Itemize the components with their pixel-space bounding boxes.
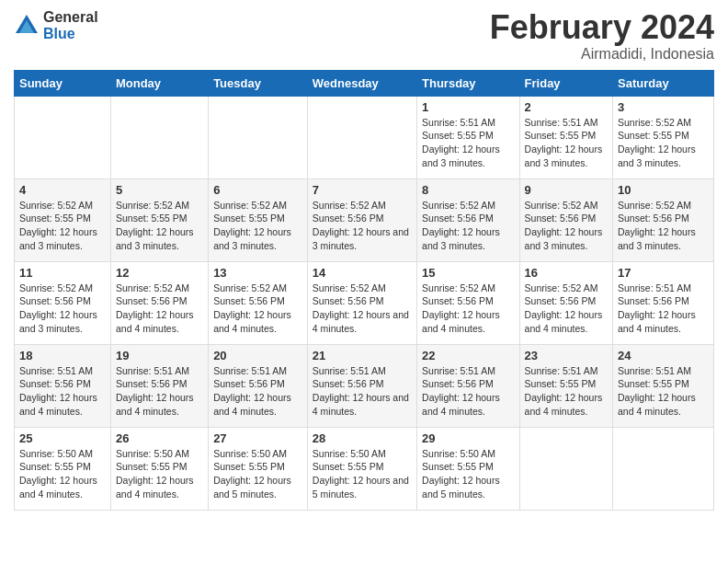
calendar-table: SundayMondayTuesdayWednesdayThursdayFrid… (14, 70, 714, 511)
day-info: Sunrise: 5:52 AMSunset: 5:56 PMDaylight:… (422, 199, 515, 253)
calendar-cell: 4Sunrise: 5:52 AMSunset: 5:55 PMDaylight… (15, 178, 111, 261)
calendar-cell: 21Sunrise: 5:51 AMSunset: 5:56 PMDayligh… (307, 344, 416, 427)
calendar-cell: 16Sunrise: 5:52 AMSunset: 5:56 PMDayligh… (519, 261, 612, 344)
day-number: 11 (19, 266, 106, 280)
column-header-saturday: Saturday (613, 70, 714, 96)
calendar-header-row: SundayMondayTuesdayWednesdayThursdayFrid… (15, 70, 714, 96)
day-number: 1 (422, 100, 515, 114)
day-number: 28 (313, 431, 412, 445)
day-number: 20 (213, 349, 302, 362)
calendar-cell: 23Sunrise: 5:51 AMSunset: 5:55 PMDayligh… (519, 344, 612, 427)
calendar-cell: 10Sunrise: 5:52 AMSunset: 5:56 PMDayligh… (613, 178, 714, 261)
day-info: Sunrise: 5:52 AMSunset: 5:56 PMDaylight:… (213, 282, 302, 336)
calendar-cell: 5Sunrise: 5:52 AMSunset: 5:55 PMDaylight… (110, 178, 208, 261)
calendar-cell: 22Sunrise: 5:51 AMSunset: 5:56 PMDayligh… (417, 344, 520, 427)
day-info: Sunrise: 5:52 AMSunset: 5:56 PMDaylight:… (116, 282, 203, 336)
calendar-cell (110, 96, 208, 178)
day-number: 14 (313, 266, 412, 280)
calendar-cell: 26Sunrise: 5:50 AMSunset: 5:55 PMDayligh… (110, 427, 208, 510)
calendar-cell (209, 96, 308, 178)
day-info: Sunrise: 5:50 AMSunset: 5:55 PMDaylight:… (313, 447, 412, 501)
day-number: 17 (618, 266, 709, 280)
column-header-monday: Monday (110, 70, 208, 96)
day-info: Sunrise: 5:52 AMSunset: 5:55 PMDaylight:… (618, 116, 709, 170)
day-number: 22 (422, 349, 515, 362)
calendar-week-5: 25Sunrise: 5:50 AMSunset: 5:55 PMDayligh… (15, 427, 714, 510)
day-info: Sunrise: 5:50 AMSunset: 5:55 PMDaylight:… (19, 447, 106, 501)
day-number: 3 (618, 100, 709, 114)
calendar-week-2: 4Sunrise: 5:52 AMSunset: 5:55 PMDaylight… (15, 178, 714, 261)
calendar-cell: 27Sunrise: 5:50 AMSunset: 5:55 PMDayligh… (209, 427, 308, 510)
column-header-wednesday: Wednesday (307, 70, 416, 96)
logo: General Blue (14, 9, 98, 41)
logo-icon (14, 13, 40, 39)
calendar-week-3: 11Sunrise: 5:52 AMSunset: 5:56 PMDayligh… (15, 261, 714, 344)
day-info: Sunrise: 5:50 AMSunset: 5:55 PMDaylight:… (116, 447, 203, 501)
day-info: Sunrise: 5:51 AMSunset: 5:56 PMDaylight:… (313, 364, 412, 419)
calendar-cell: 3Sunrise: 5:52 AMSunset: 5:55 PMDaylight… (613, 96, 714, 178)
calendar-cell: 17Sunrise: 5:51 AMSunset: 5:56 PMDayligh… (613, 261, 714, 344)
calendar-cell: 2Sunrise: 5:51 AMSunset: 5:55 PMDaylight… (519, 96, 612, 178)
day-info: Sunrise: 5:51 AMSunset: 5:56 PMDaylight:… (618, 282, 709, 336)
calendar-cell: 6Sunrise: 5:52 AMSunset: 5:55 PMDaylight… (209, 178, 308, 261)
calendar-cell: 24Sunrise: 5:51 AMSunset: 5:55 PMDayligh… (613, 344, 714, 427)
day-number: 2 (525, 100, 608, 114)
day-info: Sunrise: 5:50 AMSunset: 5:55 PMDaylight:… (422, 447, 515, 501)
day-number: 7 (313, 183, 412, 197)
page-header: General Blue February 2024 Airmadidi, In… (14, 9, 714, 63)
day-info: Sunrise: 5:52 AMSunset: 5:55 PMDaylight:… (19, 199, 106, 253)
calendar-cell: 14Sunrise: 5:52 AMSunset: 5:56 PMDayligh… (307, 261, 416, 344)
calendar-cell: 12Sunrise: 5:52 AMSunset: 5:56 PMDayligh… (110, 261, 208, 344)
day-info: Sunrise: 5:52 AMSunset: 5:56 PMDaylight:… (618, 199, 709, 253)
day-number: 6 (213, 183, 302, 197)
logo-blue-text: Blue (43, 26, 98, 42)
calendar-cell: 8Sunrise: 5:52 AMSunset: 5:56 PMDaylight… (417, 178, 520, 261)
day-number: 10 (618, 183, 709, 197)
column-header-thursday: Thursday (417, 70, 520, 96)
calendar-cell (15, 96, 111, 178)
day-info: Sunrise: 5:51 AMSunset: 5:55 PMDaylight:… (618, 364, 709, 419)
day-number: 12 (116, 266, 203, 280)
logo-general-text: General (43, 9, 98, 26)
day-number: 4 (19, 183, 106, 197)
calendar-cell: 9Sunrise: 5:52 AMSunset: 5:56 PMDaylight… (519, 178, 612, 261)
day-number: 21 (313, 349, 412, 362)
calendar-cell: 25Sunrise: 5:50 AMSunset: 5:55 PMDayligh… (15, 427, 111, 510)
calendar-cell (307, 96, 416, 178)
day-number: 25 (19, 431, 106, 445)
calendar-week-4: 18Sunrise: 5:51 AMSunset: 5:56 PMDayligh… (15, 344, 714, 427)
calendar-cell: 20Sunrise: 5:51 AMSunset: 5:56 PMDayligh… (209, 344, 308, 427)
column-header-friday: Friday (519, 70, 612, 96)
calendar-cell: 15Sunrise: 5:52 AMSunset: 5:56 PMDayligh… (417, 261, 520, 344)
day-info: Sunrise: 5:51 AMSunset: 5:56 PMDaylight:… (116, 364, 203, 419)
day-number: 16 (525, 266, 608, 280)
day-number: 8 (422, 183, 515, 197)
day-number: 15 (422, 266, 515, 280)
day-info: Sunrise: 5:51 AMSunset: 5:56 PMDaylight:… (213, 364, 302, 419)
day-info: Sunrise: 5:52 AMSunset: 5:56 PMDaylight:… (313, 199, 412, 253)
calendar-cell: 7Sunrise: 5:52 AMSunset: 5:56 PMDaylight… (307, 178, 416, 261)
calendar-cell: 13Sunrise: 5:52 AMSunset: 5:56 PMDayligh… (209, 261, 308, 344)
day-info: Sunrise: 5:52 AMSunset: 5:56 PMDaylight:… (525, 199, 608, 253)
day-info: Sunrise: 5:52 AMSunset: 5:56 PMDaylight:… (19, 282, 106, 336)
day-number: 19 (116, 349, 203, 362)
day-number: 24 (618, 349, 709, 362)
day-info: Sunrise: 5:52 AMSunset: 5:56 PMDaylight:… (422, 282, 515, 336)
column-header-sunday: Sunday (15, 70, 111, 96)
day-number: 23 (525, 349, 608, 362)
calendar-cell: 28Sunrise: 5:50 AMSunset: 5:55 PMDayligh… (307, 427, 416, 510)
day-number: 27 (213, 431, 302, 445)
day-number: 29 (422, 431, 515, 445)
day-info: Sunrise: 5:51 AMSunset: 5:55 PMDaylight:… (525, 116, 608, 170)
calendar-week-1: 1Sunrise: 5:51 AMSunset: 5:55 PMDaylight… (15, 96, 714, 178)
calendar-cell: 19Sunrise: 5:51 AMSunset: 5:56 PMDayligh… (110, 344, 208, 427)
calendar-cell (613, 427, 714, 510)
day-info: Sunrise: 5:51 AMSunset: 5:56 PMDaylight:… (19, 364, 106, 419)
day-info: Sunrise: 5:52 AMSunset: 5:56 PMDaylight:… (313, 282, 412, 336)
day-info: Sunrise: 5:50 AMSunset: 5:55 PMDaylight:… (213, 447, 302, 501)
logo-text: General Blue (43, 9, 98, 41)
day-number: 18 (19, 349, 106, 362)
day-number: 5 (116, 183, 203, 197)
day-info: Sunrise: 5:52 AMSunset: 5:55 PMDaylight:… (116, 199, 203, 253)
column-header-tuesday: Tuesday (209, 70, 308, 96)
